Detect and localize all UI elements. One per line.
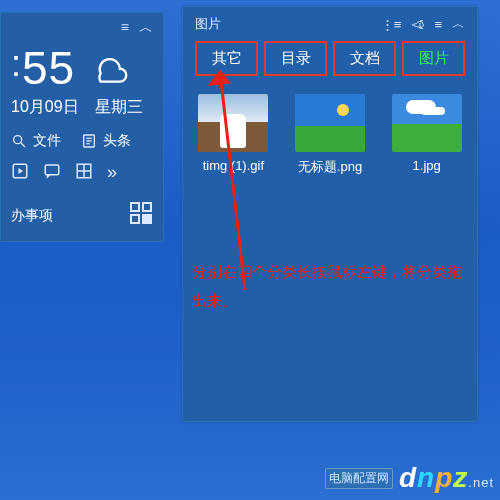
svg-rect-16 [148,215,151,218]
panel-title: 图片 [195,15,221,33]
lock-icon[interactable]: ⏿ [411,17,424,32]
search-icon [11,133,27,149]
file-item[interactable]: timg (1).gif [195,94,272,176]
file-grid: timg (1).gif 无标题.png 1.jpg [193,90,467,180]
weather-icon[interactable] [85,44,129,92]
desktop-clock-widget: ≡ ︿ :55 10月09日 星期三 文件 头条 » 办事项 [0,12,164,242]
watermark: 电脑配置网 dnpz.net [325,462,494,494]
svg-rect-14 [131,215,139,223]
grid-icon[interactable] [75,162,93,180]
file-item[interactable]: 1.jpg [388,94,465,176]
file-name: 1.jpg [388,158,465,173]
file-item[interactable]: 无标题.png [292,94,369,176]
doc-icon [81,133,97,149]
chat-icon[interactable] [43,162,61,180]
watermark-logo: dnpz.net [399,462,494,494]
annotation-text: 分别在四个分类长按鼠标左键，将分类拖 出来。 [192,258,462,315]
images-panel: 图片 ⋮≡ ⏿ ≡ ︿ 其它 目录 文档 图片 timg (1).gif 无标题… [182,6,478,422]
headlines-label: 头条 [103,132,131,150]
file-thumb [295,94,365,152]
headlines-link[interactable]: 头条 [81,132,131,150]
files-label: 文件 [33,132,61,150]
svg-rect-13 [143,203,151,211]
file-thumb [198,94,268,152]
search-link[interactable]: 文件 [11,132,61,150]
tab-image[interactable]: 图片 [402,41,465,76]
clock-weekday: 星期三 [95,97,143,118]
svg-rect-12 [131,203,139,211]
svg-point-0 [14,136,22,144]
clock-date: 10月09日 [11,97,79,118]
qr-icon[interactable] [129,201,153,225]
file-thumb [392,94,462,152]
tab-other[interactable]: 其它 [195,41,258,76]
view-toggle-icon[interactable]: ⋮≡ [381,17,402,32]
todo-label[interactable]: 办事项 [11,207,53,225]
panel-menu-icon[interactable]: ≡ [434,17,442,32]
file-name: timg (1).gif [195,158,272,173]
widget-collapse-icon[interactable]: ︿ [139,19,153,37]
svg-rect-18 [148,220,151,223]
svg-line-1 [21,143,25,147]
play-icon[interactable] [11,162,29,180]
category-tabs: 其它 目录 文档 图片 [195,41,465,76]
svg-rect-17 [143,220,146,223]
tab-dir[interactable]: 目录 [264,41,327,76]
clock-time: :55 [11,41,75,95]
panel-collapse-icon[interactable]: ︿ [452,15,465,33]
widget-menu-icon[interactable]: ≡ [121,19,129,37]
more-icon[interactable]: » [107,162,117,183]
tab-doc[interactable]: 文档 [333,41,396,76]
file-name: 无标题.png [292,158,369,176]
svg-rect-15 [143,215,146,218]
watermark-sub: 电脑配置网 [325,468,393,489]
svg-marker-7 [19,168,24,174]
svg-rect-8 [45,165,59,175]
